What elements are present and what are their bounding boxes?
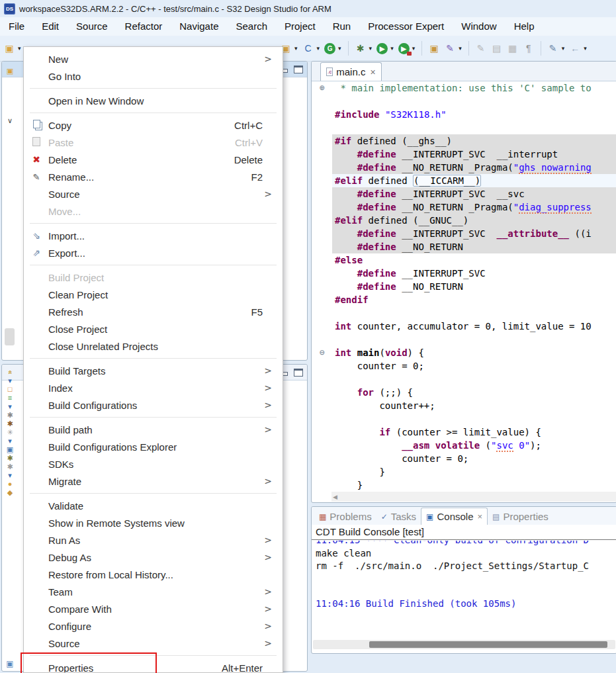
menu-item-configure[interactable]: Configure> (24, 617, 283, 635)
show-whitespace-icon[interactable]: ¶ (521, 41, 536, 56)
new-c-file-icon[interactable]: C (301, 41, 316, 56)
annotate-icon[interactable]: ✎ (443, 41, 457, 56)
gear-bug-icon[interactable]: ✱ (4, 454, 16, 463)
menu-item-new[interactable]: New> (24, 50, 283, 67)
debug-icon[interactable]: ✱ (353, 41, 368, 56)
run-dropdown-icon[interactable]: ▾ (390, 45, 394, 52)
scroll-left-icon[interactable]: ◀ (331, 494, 337, 500)
menu-item-import[interactable]: ⇘Import... (24, 227, 283, 244)
bead-icon[interactable]: ● (4, 480, 16, 488)
view-menu-icon[interactable]: ▾ (4, 402, 16, 411)
menu-item-copy[interactable]: CopyCtrl+C (24, 116, 283, 134)
maximize-icon[interactable] (294, 66, 303, 73)
pin-editor-icon[interactable]: ✎ (474, 41, 488, 56)
menu-processor-expert[interactable]: Processor Expert (359, 17, 453, 36)
menu-item-clean-project[interactable]: Clean Project (24, 286, 283, 303)
new-wizard-icon[interactable]: ▣ (2, 41, 17, 56)
menu-item-compare-with[interactable]: Compare With> (24, 600, 283, 617)
menu-refactor[interactable]: Refactor (116, 17, 171, 36)
menu-item-go-into[interactable]: Go Into (24, 67, 283, 85)
new-project-wizard-dropdown-icon[interactable]: ▾ (294, 45, 298, 52)
menu-item-show-in-remote-systems-view[interactable]: Show in Remote Systems view (24, 514, 283, 531)
menu-item-validate[interactable]: Validate (24, 497, 283, 514)
debug-dropdown-icon[interactable]: ▾ (369, 45, 373, 52)
menu-item-export[interactable]: ⇗Export... (24, 244, 283, 261)
components-library-icon[interactable]: ▣ (4, 660, 16, 668)
tab-properties[interactable]: ▤Properties (488, 508, 553, 525)
tag-icon[interactable]: ◆ (4, 488, 16, 497)
last-edit-location-icon[interactable]: ✎ (546, 41, 560, 56)
menu-item-debug-as[interactable]: Debug As> (24, 549, 283, 566)
menu-item-paste[interactable]: PasteCtrl+V (24, 134, 283, 151)
gear-icon[interactable]: ✱ (4, 411, 16, 420)
last-edit-location-dropdown-icon[interactable]: ▾ (562, 45, 565, 52)
gear-icon[interactable]: ✱ (4, 463, 16, 471)
menu-item-open-in-new-window[interactable]: Open in New Window (24, 92, 283, 109)
menu-search[interactable]: Search (227, 17, 276, 36)
menu-run[interactable]: Run (324, 17, 360, 36)
view-menu-icon[interactable]: ▾ (4, 437, 16, 445)
menu-source[interactable]: Source (67, 17, 116, 36)
menu-edit[interactable]: Edit (33, 17, 67, 36)
new-c-file-dropdown-icon[interactable]: ▾ (317, 45, 320, 52)
open-folder-icon[interactable]: ▣ (427, 41, 441, 56)
console-output[interactable]: 11:04:15 **** Clean-only build of config… (313, 541, 615, 636)
tab-main-c[interactable]: .c main.c × (320, 62, 382, 81)
scrollbar-thumb[interactable] (5, 328, 15, 345)
link-editor-icon[interactable]: ▤ (490, 41, 504, 56)
menu-navigate[interactable]: Navigate (171, 17, 227, 36)
menu-item-source[interactable]: Source> (24, 635, 283, 652)
new-wizard-dropdown-icon[interactable]: ▾ (18, 45, 21, 52)
maximize-icon[interactable] (294, 369, 303, 377)
menu-item-close-project[interactable]: Close Project (24, 320, 283, 337)
menu-project[interactable]: Project (276, 17, 324, 36)
menu-item-index[interactable]: Index> (24, 379, 283, 396)
menu-item-move[interactable]: Move... (24, 202, 283, 220)
menu-item-build-configurations[interactable]: Build Configurations> (24, 396, 283, 414)
menu-window[interactable]: Window (453, 17, 505, 36)
view-menu-icon[interactable]: ▾ (4, 471, 16, 480)
scrollbar-thumb[interactable] (369, 641, 607, 648)
back-icon[interactable]: ← (568, 41, 582, 56)
back-dropdown-icon[interactable]: ▾ (584, 45, 587, 52)
generate-code-dropdown-icon[interactable]: ▾ (338, 45, 341, 52)
menu-item-sdks[interactable]: SDKs (24, 455, 283, 472)
fold-expand-icon[interactable]: ⊕ (312, 81, 332, 95)
editor-horizontal-scrollbar[interactable]: ◀ (331, 492, 616, 502)
menu-item-close-unrelated-projects[interactable]: Close Unrelated Projects (24, 337, 283, 355)
menu-item-refresh[interactable]: RefreshF5 (24, 303, 283, 320)
menu-item-restore-from-local-history[interactable]: Restore from Local History... (24, 566, 283, 583)
menu-item-build-project[interactable]: Build Project (24, 269, 283, 286)
menu-item-delete[interactable]: ✖DeleteDelete (24, 151, 283, 168)
menu-item-rename[interactable]: ✎Rename...F2 (24, 168, 283, 185)
component-icon[interactable]: ▣ (4, 445, 16, 454)
menu-item-migrate[interactable]: Migrate> (24, 472, 283, 490)
menu-help[interactable]: Help (506, 17, 543, 36)
fold-collapse-icon[interactable]: ⊖ (312, 346, 332, 359)
menu-item-team[interactable]: Team> (24, 583, 283, 600)
tab-console[interactable]: ▣Console× (421, 508, 488, 525)
collapse-all-icon[interactable]: « (6, 367, 15, 379)
palette-item-icon[interactable]: □ (4, 385, 16, 394)
menu-item-build-path[interactable]: Build path> (24, 421, 283, 438)
generate-code-icon[interactable]: G (324, 43, 335, 54)
run-icon[interactable]: ▶ (376, 43, 388, 54)
menu-item-run-as[interactable]: Run As> (24, 531, 283, 549)
layers-icon[interactable]: ≡ (4, 394, 16, 402)
tree-chevron-icon[interactable]: ∨ (4, 116, 16, 125)
tab-problems[interactable]: ▦Problems (314, 508, 376, 525)
code-editor[interactable]: ⊕ * main implementation: use this 'C' sa… (312, 81, 616, 490)
menu-item-source[interactable]: Source> (24, 185, 283, 202)
project-explorer-icon[interactable]: ▣ (4, 67, 16, 75)
bug-icon[interactable]: ✱ (4, 420, 16, 428)
profile-dropdown-icon[interactable]: ▾ (412, 45, 416, 52)
tab-tasks[interactable]: ✓Tasks (376, 508, 421, 525)
close-tab-icon[interactable]: × (478, 512, 483, 521)
annotate-dropdown-icon[interactable]: ▾ (459, 45, 462, 52)
spider-icon[interactable]: ✳ (4, 428, 16, 437)
block-selection-icon[interactable]: ▦ (506, 41, 520, 56)
menu-item-build-targets[interactable]: Build Targets> (24, 362, 283, 379)
menu-item-build-configurations-explorer[interactable]: Build Configurations Explorer (24, 438, 283, 455)
menu-file[interactable]: File (0, 17, 33, 36)
profile-icon[interactable]: ▶ (398, 43, 410, 54)
